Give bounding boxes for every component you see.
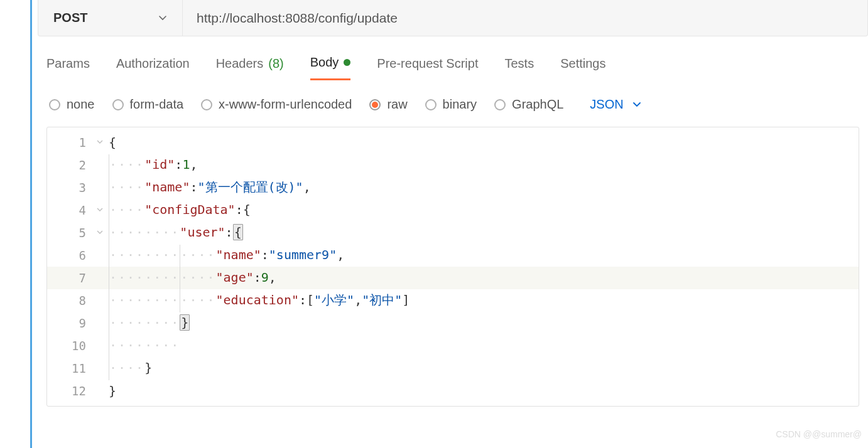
bodytype-none[interactable]: none <box>49 97 95 112</box>
bodytype-raw[interactable]: raw <box>369 97 407 112</box>
tab-tests[interactable]: Tests <box>504 55 534 80</box>
line-number: 3 <box>47 176 91 199</box>
radio-selected-icon <box>369 99 381 110</box>
chevron-down-icon <box>632 100 641 109</box>
tab-settings[interactable]: Settings <box>560 55 605 80</box>
code-line: 3 ····"name":"第一个配置(改)", <box>47 176 859 199</box>
bodytype-binary[interactable]: binary <box>425 97 477 112</box>
code-line: 4 ····"configData":{ <box>47 199 859 221</box>
line-number: 10 <box>47 334 91 357</box>
code-line: 5 ········"user":{ <box>47 221 859 244</box>
code-line: 6 ············"name":"summer9", <box>47 244 859 267</box>
radio-icon <box>494 99 506 110</box>
main-panel: POST Params Authorization Headers (8) Bo… <box>38 0 868 407</box>
code-line: 7 ············"age":9, <box>47 267 859 289</box>
tab-authorization[interactable]: Authorization <box>116 55 190 80</box>
radio-icon <box>49 99 60 110</box>
tab-params[interactable]: Params <box>46 55 90 80</box>
code-line: 2 ····"id":1, <box>47 154 859 176</box>
headers-count: (8) <box>268 56 283 71</box>
code-line: 1 { <box>47 131 859 154</box>
fold-chevron-icon[interactable] <box>96 131 104 154</box>
request-bar: POST <box>38 0 868 36</box>
radio-icon <box>112 99 124 110</box>
tab-headers[interactable]: Headers (8) <box>216 55 284 80</box>
bodytype-graphql[interactable]: GraphQL <box>494 97 563 112</box>
line-number: 7 <box>47 267 91 289</box>
editor-content: 1 { 2 ····"id":1, 3 ····"name":"第一个配置(改)… <box>47 127 859 406</box>
bodytype-formdata[interactable]: form-data <box>112 97 184 112</box>
radio-icon <box>425 99 437 110</box>
watermark: CSDN @@summer@ <box>776 429 862 439</box>
code-line: 12 } <box>47 380 859 402</box>
line-number: 6 <box>47 244 91 267</box>
body-active-dot-icon <box>344 59 350 66</box>
line-number: 11 <box>47 357 91 380</box>
request-tabs: Params Authorization Headers (8) Body Pr… <box>38 36 868 81</box>
fold-chevron-icon[interactable] <box>96 221 104 244</box>
line-number: 2 <box>47 154 91 176</box>
tab-body[interactable]: Body <box>310 55 351 80</box>
radio-icon <box>201 99 212 110</box>
line-number: 8 <box>47 289 91 312</box>
line-number: 12 <box>47 380 91 402</box>
line-number: 1 <box>47 131 91 154</box>
tab-prerequest[interactable]: Pre-request Script <box>377 55 478 80</box>
code-line: 8 ············"education":["小学","初中"] <box>47 289 859 312</box>
left-accent-bar <box>30 0 32 448</box>
code-line: 10 ········ <box>47 334 859 357</box>
bodytype-urlencoded[interactable]: x-www-form-urlencoded <box>201 97 352 112</box>
chevron-down-icon <box>158 14 167 23</box>
json-editor[interactable]: 1 { 2 ····"id":1, 3 ····"name":"第一个配置(改)… <box>46 127 859 407</box>
fold-chevron-icon[interactable] <box>96 199 104 221</box>
url-input[interactable] <box>183 0 867 36</box>
line-number: 4 <box>47 199 91 221</box>
line-number: 9 <box>47 312 91 334</box>
line-number: 5 <box>47 221 91 244</box>
method-label: POST <box>53 11 87 25</box>
method-select[interactable]: POST <box>38 0 183 36</box>
body-type-row: none form-data x-www-form-urlencoded raw… <box>38 81 868 123</box>
code-line: 9 ········} <box>47 312 859 334</box>
format-select[interactable]: JSON <box>590 97 641 112</box>
code-line: 11 ····} <box>47 357 859 380</box>
